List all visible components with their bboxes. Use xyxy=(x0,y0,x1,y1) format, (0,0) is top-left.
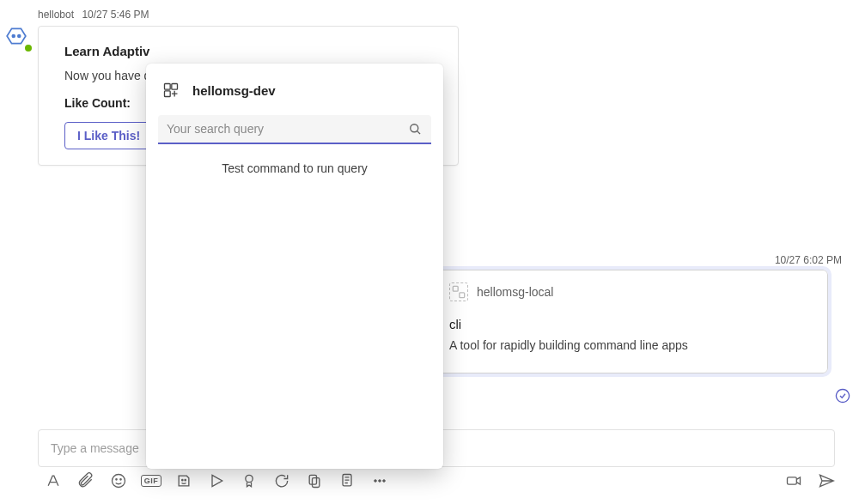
format-icon[interactable] xyxy=(45,472,62,489)
send-icon[interactable] xyxy=(818,472,835,489)
message-timestamp: 10/27 5:46 PM xyxy=(82,9,149,21)
card-title: Learn Adaptiv xyxy=(64,44,437,58)
svg-point-6 xyxy=(116,479,117,480)
sticker-icon[interactable] xyxy=(175,472,192,489)
own-message-timestamp: 10/27 6:02 PM xyxy=(775,254,842,266)
result-description: A tool for rapidly building command line… xyxy=(449,338,812,352)
praise-icon[interactable] xyxy=(241,472,258,489)
svg-point-5 xyxy=(113,475,125,488)
app-name: hellomsg-local xyxy=(477,285,553,299)
svg-point-16 xyxy=(379,480,381,483)
emoji-icon[interactable] xyxy=(110,472,127,489)
like-button[interactable]: I Like This! xyxy=(64,122,153,149)
presence-available-icon xyxy=(23,43,34,53)
svg-point-2 xyxy=(18,35,21,38)
popover-title: hellomsg-dev xyxy=(192,83,276,98)
svg-rect-19 xyxy=(165,84,171,90)
popover-header: hellomsg-dev xyxy=(158,81,431,100)
approvals-icon[interactable] xyxy=(273,472,290,489)
svg-rect-4 xyxy=(460,293,465,298)
sender-name: hellobot xyxy=(38,9,74,21)
svg-point-9 xyxy=(185,480,186,481)
search-field[interactable] xyxy=(158,115,431,144)
gif-icon[interactable]: GIF xyxy=(143,472,160,489)
compose-toolbar: GIF xyxy=(45,472,835,489)
svg-rect-12 xyxy=(309,475,316,484)
result-title: cli xyxy=(449,317,812,331)
svg-rect-3 xyxy=(453,286,458,291)
more-icon[interactable] xyxy=(371,472,388,489)
svg-point-11 xyxy=(246,475,253,482)
svg-point-1 xyxy=(12,35,15,38)
svg-point-7 xyxy=(120,479,121,480)
loop-icon[interactable] xyxy=(306,472,323,489)
attach-icon[interactable] xyxy=(77,472,94,489)
svg-rect-21 xyxy=(165,91,171,97)
svg-marker-0 xyxy=(7,28,26,43)
svg-rect-20 xyxy=(172,84,178,90)
svg-point-17 xyxy=(383,480,386,483)
svg-marker-10 xyxy=(212,475,222,486)
svg-rect-18 xyxy=(788,477,797,484)
messaging-extension-popover: hellomsg-dev Test command to run query xyxy=(146,64,443,469)
svg-point-22 xyxy=(411,124,418,132)
own-message-card: hellomsg-local cli A tool for rapidly bu… xyxy=(433,270,828,373)
extension-app-icon xyxy=(161,81,180,100)
svg-rect-13 xyxy=(313,478,320,488)
svg-point-8 xyxy=(182,480,183,481)
search-icon[interactable] xyxy=(407,121,423,137)
svg-point-15 xyxy=(375,480,377,483)
viva-icon[interactable] xyxy=(338,472,356,489)
message-header: hellobot 10/27 5:46 PM xyxy=(38,9,149,21)
search-input[interactable] xyxy=(167,122,407,136)
gif-label: GIF xyxy=(141,475,162,487)
popover-hint: Test command to run query xyxy=(158,161,431,175)
video-clip-icon[interactable] xyxy=(785,472,802,489)
read-receipt-icon xyxy=(835,388,850,404)
like-button-label: I Like This! xyxy=(77,129,140,143)
app-icon xyxy=(449,282,468,301)
bot-avatar[interactable] xyxy=(4,24,32,52)
stream-icon[interactable] xyxy=(208,472,225,489)
